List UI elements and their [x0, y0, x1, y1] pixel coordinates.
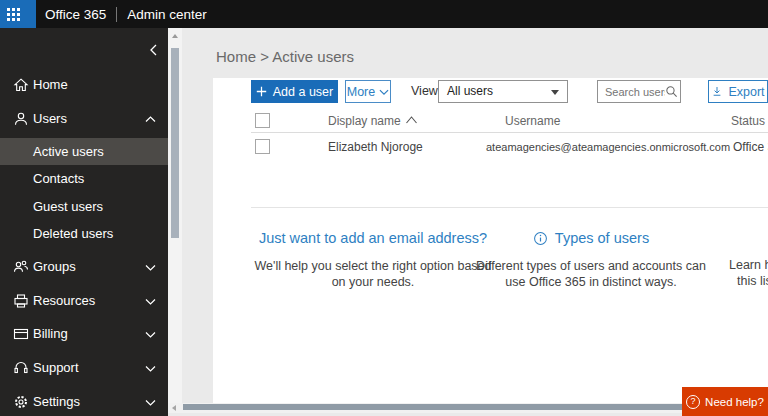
sidebar-item-label: Billing: [33, 326, 68, 341]
sidebar-collapse-button[interactable]: [148, 44, 159, 56]
sidebar-item-groups[interactable]: Groups: [0, 253, 168, 280]
chevron-down-icon: [145, 363, 156, 374]
sidebar-item-settings[interactable]: Settings: [0, 388, 168, 415]
chevron-down-icon: [145, 329, 156, 340]
download-icon: [711, 85, 723, 98]
views-select-value: All users: [447, 84, 493, 98]
gear-icon: [13, 394, 29, 410]
headset-icon: [13, 360, 29, 376]
topbar-divider: [116, 7, 117, 22]
add-user-button[interactable]: Add a user: [251, 80, 338, 103]
sidebar-item-users[interactable]: Users: [0, 105, 168, 132]
waffle-icon: [7, 8, 10, 11]
add-email-address-link[interactable]: Just want to add an email address?: [252, 230, 494, 246]
chevron-left-icon: [148, 44, 159, 56]
search-input[interactable]: [598, 86, 665, 98]
sidebar-item-label: Resources: [33, 293, 95, 308]
column-header-status[interactable]: Status: [731, 114, 765, 128]
sidebar-item-label: Home: [33, 77, 68, 92]
active-users-panel: Add a user More Views All users Export D…: [213, 78, 768, 403]
chevron-down-icon: [145, 296, 156, 307]
sidebar-nav: Home Users Active users Contacts Guest u…: [0, 28, 168, 416]
home-icon: [13, 77, 29, 93]
sidebar-subitem-label: Deleted users: [33, 226, 113, 241]
chevron-up-icon: [145, 114, 156, 125]
types-of-users-label: Types of users: [555, 230, 649, 246]
header-divider: [251, 132, 768, 133]
clipped-help-text-line1: Learn how: [729, 258, 768, 272]
people-icon: [13, 259, 29, 275]
sidebar-item-contacts[interactable]: Contacts: [0, 165, 168, 192]
scroll-left-arrow-icon: [172, 405, 176, 411]
printer-icon: [13, 293, 29, 309]
views-select[interactable]: All users: [438, 80, 568, 103]
chevron-down-icon: [145, 397, 156, 408]
sidebar-item-deleted-users[interactable]: Deleted users: [0, 220, 168, 247]
types-of-users-text: Different types of users and accounts ca…: [466, 258, 716, 290]
brand-title[interactable]: Office 365: [45, 7, 106, 22]
top-bar: Office 365 Admin center: [0, 0, 768, 28]
horizontal-scrollbar[interactable]: [168, 403, 768, 413]
more-button[interactable]: More: [345, 80, 391, 103]
sidebar-item-home[interactable]: Home: [0, 71, 168, 98]
office365-admin-center: Office 365 Admin center Home Users Activ…: [0, 0, 768, 416]
row-checkbox[interactable]: [255, 139, 270, 154]
need-help-button[interactable]: Need help?: [682, 387, 768, 416]
types-of-users-link[interactable]: Types of users: [475, 230, 707, 246]
add-email-address-text: We'll help you select the right option b…: [246, 258, 500, 290]
vertical-scrollbar-thumb[interactable]: [171, 48, 179, 238]
sidebar-item-label: Settings: [33, 394, 80, 409]
sidebar-item-active-users[interactable]: Active users: [0, 138, 168, 165]
sidebar-item-billing[interactable]: Billing: [0, 320, 168, 347]
select-all-checkbox[interactable]: [255, 113, 270, 128]
scroll-up-arrow-icon: [172, 34, 178, 38]
clipped-help-text-line2: this list: [737, 274, 768, 288]
chevron-down-icon: [379, 87, 389, 97]
admin-center-title: Admin center: [127, 7, 207, 22]
person-icon: [13, 111, 29, 127]
sidebar-subitem-label: Active users: [33, 144, 104, 159]
dropdown-caret-icon: [551, 90, 559, 95]
export-label: Export: [728, 85, 764, 99]
credit-card-icon: [13, 326, 29, 342]
sidebar-subitem-label: Guest users: [33, 199, 103, 214]
sort-ascending-icon: [406, 116, 417, 124]
cell-display-name[interactable]: Elizabeth Njoroge: [328, 140, 423, 154]
sidebar-item-label: Groups: [33, 259, 76, 274]
sidebar-item-label: Users: [33, 111, 67, 126]
sidebar-item-label: Support: [33, 360, 79, 375]
breadcrumb[interactable]: Home > Active users: [216, 48, 354, 65]
column-header-username[interactable]: Username: [505, 114, 560, 128]
info-icon: [533, 231, 548, 246]
column-header-display-name[interactable]: Display name: [328, 114, 417, 128]
question-icon: [686, 395, 700, 409]
more-label: More: [347, 85, 375, 99]
search-box: [597, 80, 681, 103]
cell-status: Office 365: [733, 140, 768, 154]
section-divider: [251, 207, 768, 208]
sidebar-subitem-label: Contacts: [33, 171, 84, 186]
plus-icon: [256, 86, 267, 97]
need-help-label: Need help?: [705, 396, 764, 408]
horizontal-scrollbar-thumb[interactable]: [183, 404, 683, 410]
add-user-label: Add a user: [273, 85, 333, 99]
search-icon[interactable]: [665, 85, 678, 98]
cell-username: ateamagencies@ateamagencies.onmicrosoft.…: [486, 141, 730, 153]
app-launcher-button[interactable]: [0, 0, 36, 28]
sidebar-item-guest-users[interactable]: Guest users: [0, 193, 168, 220]
export-button[interactable]: Export: [708, 80, 768, 103]
sidebar-item-support[interactable]: Support: [0, 354, 168, 381]
vertical-scrollbar[interactable]: [168, 28, 182, 403]
chevron-down-icon: [145, 262, 156, 273]
sidebar-item-resources[interactable]: Resources: [0, 287, 168, 314]
